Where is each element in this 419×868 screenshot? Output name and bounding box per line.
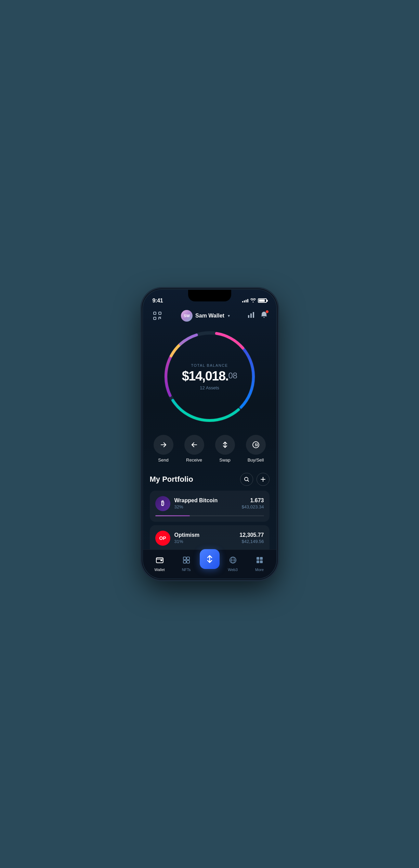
wallet-name: Sam Wallet: [195, 313, 224, 319]
asset-row-op: OP Optimism 31% 12,305.77 $42,149.56: [155, 531, 264, 546]
svg-rect-30: [187, 557, 189, 560]
svg-rect-40: [260, 560, 263, 563]
nav-wallet[interactable]: Wallet: [146, 553, 173, 572]
nav-more[interactable]: More: [246, 553, 273, 572]
nav-web3-label: Web3: [228, 568, 238, 572]
portfolio-add-button[interactable]: [257, 473, 270, 486]
notification-badge: [265, 310, 269, 313]
chart-icon[interactable]: [247, 311, 255, 320]
scrollable-content: 9:41: [143, 290, 276, 549]
asset-name-op: Optimism: [174, 532, 236, 538]
asset-usd-op: $42,149.56: [239, 539, 264, 544]
wallet-avatar: SW: [181, 310, 193, 322]
wifi-icon: [250, 298, 256, 303]
header-right: [247, 311, 268, 320]
swap-icon: [215, 435, 235, 455]
action-buttons: Send Receive: [143, 431, 276, 469]
asset-info-op: Optimism 31%: [174, 532, 236, 544]
asset-progress-wbtc: [155, 515, 264, 516]
svg-rect-1: [159, 312, 161, 314]
buysell-icon: $: [246, 435, 266, 455]
bottom-nav: Wallet NFTs: [143, 549, 276, 579]
svg-line-23: [248, 480, 249, 481]
status-time: 9:41: [153, 298, 163, 304]
status-icons: [242, 298, 267, 303]
svg-rect-27: [160, 560, 162, 561]
asset-card-wbtc[interactable]: ₿ Wrapped Bitcoin 32% 1.673 $43,023.34: [150, 491, 270, 522]
portfolio-title: My Portfolio: [150, 475, 193, 484]
balance-amount: $14,018. 08: [182, 369, 237, 382]
nav-nfts[interactable]: NFTs: [173, 553, 200, 572]
svg-rect-37: [257, 557, 259, 560]
svg-rect-38: [260, 557, 263, 560]
asset-amount-op: 12,305.77: [239, 532, 264, 538]
asset-card-op[interactable]: OP Optimism 31% 12,305.77 $42,149.56: [150, 525, 270, 549]
svg-rect-9: [253, 312, 254, 318]
receive-label: Receive: [186, 457, 202, 463]
scan-icon[interactable]: [151, 310, 163, 322]
send-icon: [154, 435, 173, 455]
svg-rect-8: [250, 313, 252, 318]
phone-frame: 9:41: [143, 290, 276, 579]
asset-icon-wbtc: ₿: [155, 496, 170, 511]
asset-values-wbtc: 1.673 $43,023.34: [241, 497, 264, 509]
portfolio-header: My Portfolio: [150, 473, 270, 486]
portfolio-actions: [240, 473, 270, 486]
balance-main: $14,018.: [182, 369, 228, 382]
svg-rect-7: [248, 315, 249, 318]
bell-container[interactable]: [260, 311, 268, 320]
bell-icon: [260, 312, 268, 320]
send-button[interactable]: Send: [150, 435, 177, 463]
nfts-nav-icon: [182, 556, 191, 566]
buysell-label: Buy/Sell: [248, 457, 264, 463]
total-balance-label: TOTAL BALANCE: [182, 363, 237, 367]
asset-usd-wbtc: $43,023.34: [241, 504, 264, 509]
svg-rect-32: [187, 560, 189, 563]
svg-rect-39: [257, 560, 259, 563]
balance-cents: 08: [228, 371, 237, 380]
nav-web3[interactable]: Web3: [220, 553, 246, 572]
balance-ring-container: TOTAL BALANCE $14,018. 08 12 Assets: [162, 329, 258, 425]
phone-inner: 9:41: [143, 290, 276, 579]
asset-values-op: 12,305.77 $42,149.56: [239, 532, 264, 544]
nav-wallet-label: Wallet: [154, 568, 165, 572]
asset-info-wbtc: Wrapped Bitcoin 32%: [174, 497, 238, 509]
wallet-selector[interactable]: SW Sam Wallet ▾: [181, 310, 230, 322]
buysell-button[interactable]: $ Buy/Sell: [242, 435, 270, 463]
swap-button[interactable]: Swap: [211, 435, 239, 463]
asset-icon-op: OP: [155, 531, 170, 546]
nav-nfts-label: NFTs: [182, 568, 191, 572]
signal-bars-icon: [242, 299, 248, 302]
balance-text-overlay: TOTAL BALANCE $14,018. 08 12 Assets: [182, 363, 237, 390]
asset-percentage-op: 31%: [174, 539, 236, 544]
svg-rect-31: [183, 560, 186, 563]
asset-name-wbtc: Wrapped Bitcoin: [174, 497, 238, 504]
assets-count: 12 Assets: [182, 385, 237, 390]
nav-more-label: More: [255, 568, 264, 572]
asset-progress-fill-wbtc: [155, 515, 190, 516]
balance-section: TOTAL BALANCE $14,018. 08 12 Assets: [143, 325, 276, 431]
battery-icon: [258, 298, 267, 303]
svg-rect-29: [183, 557, 186, 560]
swap-label: Swap: [219, 457, 231, 463]
web3-nav-icon: [229, 556, 237, 566]
header: SW Sam Wallet ▾: [143, 307, 276, 325]
nav-center-swap-button[interactable]: [200, 549, 220, 569]
notch: [188, 290, 231, 301]
portfolio-search-button[interactable]: [240, 473, 253, 486]
header-left: [151, 310, 163, 322]
chevron-down-icon: ▾: [228, 313, 230, 318]
receive-icon: [184, 435, 204, 455]
asset-amount-wbtc: 1.673: [241, 497, 264, 504]
center-swap-icon: [205, 555, 214, 563]
svg-rect-2: [154, 317, 156, 320]
wallet-nav-icon: [156, 556, 164, 566]
svg-text:$: $: [255, 443, 257, 447]
portfolio-section: My Portfolio: [143, 469, 276, 549]
asset-percentage-wbtc: 32%: [174, 504, 238, 509]
more-nav-icon: [256, 556, 264, 566]
send-label: Send: [158, 457, 168, 463]
asset-row-wbtc: ₿ Wrapped Bitcoin 32% 1.673 $43,023.34: [155, 496, 264, 511]
svg-rect-0: [154, 312, 156, 314]
receive-button[interactable]: Receive: [181, 435, 208, 463]
